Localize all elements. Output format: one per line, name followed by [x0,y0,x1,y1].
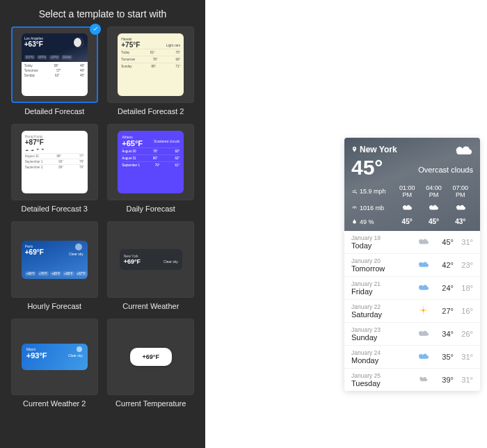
preview-day-row: January 25Tuesday39°31° [344,369,480,391]
template-thumbnail[interactable]: Hong Kong+87°F☁☁☂☂August 3188°77°Septemb… [11,124,98,200]
preview-hour-icon-2 [448,204,473,212]
gauge-icon [351,205,358,211]
template-thumbnail[interactable]: Los Angeles+63°F06PM08PM10PM00AMToday58°… [11,26,98,103]
preview-day-name: Monday [351,356,415,365]
preview-day-high: 24° [431,284,454,292]
preview-hour-time-0: 01:00 PM [394,184,420,198]
preview-condition: Overcast clouds [418,166,473,174]
preview-day-high: 34° [431,330,454,338]
template-label: Current Temperature [115,399,186,408]
preview-hour-time-2: 07:00 PM [448,184,473,198]
template-card-3[interactable]: Athens+65°FScattered cloudsAugust 3078°6… [106,124,196,213]
template-grid: Los Angeles+63°F06PM08PM10PM00AMToday58°… [10,26,195,408]
preview-hour-temp-0: 45° [394,218,420,225]
template-card-2[interactable]: Hong Kong+87°F☁☁☂☂August 3188°77°Septemb… [10,124,99,213]
preview-day-row: January 20Tomorrow42°23° [344,254,480,277]
template-card-7[interactable]: +69°FCurrent Temperature [106,319,196,408]
thumbnail-content: Los Angeles+63°F06PM08PM10PM00AMToday58°… [22,33,88,96]
preview-day-low: 16° [454,307,473,315]
preview-day-date: January 20 [351,257,415,264]
thumbnail-content: +69°F [130,348,172,366]
preview-day-row: January 22Saturday27°16° [344,300,480,323]
preview-hour-icon-1 [421,204,446,212]
preview-days-list: January 19Today45°31°January 20Tomorrow4… [344,231,480,391]
weather-preview-widget: New York 45° Overcast clouds 15.9 mph 01… [344,138,480,391]
template-card-1[interactable]: Hawaii+75°FLight rainToday81°70°Tomorrow… [106,26,196,115]
template-card-5[interactable]: New York+69°FClear skyCurrent Weather [106,221,196,310]
thumbnail-content: Miami+93°FClear sky [22,344,88,370]
template-label: Detailed Forecast 3 [22,205,88,213]
preview-day-row: January 19Today45°31° [344,231,480,254]
template-picker-title: Select a template to start with [10,8,195,26]
preview-day-icon [415,329,431,339]
preview-day-high: 39° [431,376,454,384]
thumbnail-content: Paris+69°FClear sky+69°F+70°F+69°F+68°F+… [22,241,88,279]
template-label: Hourly Forecast [27,302,81,310]
svg-rect-3 [420,310,421,311]
template-label: Daily Forecast [127,205,175,213]
preview-day-name: Sunday [351,333,415,342]
cloud-icon [455,145,472,156]
preview-location-name: New York [360,145,397,154]
preview-hour-icon-0 [394,204,420,212]
preview-day-row: January 23Sunday34°26° [344,323,480,346]
preview-day-high: 27° [431,307,454,315]
template-label: Current Weather [122,302,179,310]
preview-wind: 15.9 mph [351,188,393,195]
preview-day-name: Today [351,241,415,250]
thumbnail-content: Athens+65°FScattered cloudsAugust 3078°6… [118,131,184,193]
preview-day-icon [415,237,431,247]
template-label: Detailed Forecast [24,107,84,115]
template-card-0[interactable]: Los Angeles+63°F06PM08PM10PM00AMToday58°… [10,26,99,115]
humidity-icon [351,218,358,225]
template-picker-panel: Select a template to start with Los Ange… [0,0,205,448]
preview-day-high: 45° [431,238,454,246]
preview-day-low: 31° [454,376,473,384]
preview-header: New York 45° Overcast clouds 15.9 mph 01… [344,138,480,231]
preview-day-date: January 22 [351,303,415,310]
preview-day-row: January 24Monday35°31° [344,346,480,369]
preview-day-date: January 21 [351,280,415,287]
preview-day-high: 42° [431,261,454,269]
svg-rect-1 [423,307,424,308]
preview-day-low: 31° [454,353,473,361]
template-thumbnail[interactable]: Miami+93°FClear sky [11,319,98,395]
preview-day-date: January 24 [351,349,415,356]
preview-day-low: 26° [454,330,473,338]
preview-hour-temp-2: 43° [448,218,473,225]
preview-hour-temp-1: 45° [421,218,446,225]
template-card-6[interactable]: Miami+93°FClear skyCurrent Weather 2 [10,319,99,408]
preview-pressure-value: 1016 mb [360,205,384,211]
selected-check-icon [90,24,101,35]
preview-hours-header: 15.9 mph 01:00 PM 04:00 PM 07:00 PM [351,184,473,198]
preview-hours-icons: 1016 mb [351,204,473,212]
preview-day-name: Tuesday [351,379,415,387]
preview-day-row: January 21Friday24°18° [344,277,480,300]
preview-day-name: Friday [351,287,415,296]
preview-humidity: 49 % [351,218,393,225]
preview-hour-time-1: 04:00 PM [421,184,446,198]
preview-day-icon [415,352,431,362]
preview-day-date: January 25 [351,372,415,379]
template-thumbnail[interactable]: Athens+65°FScattered cloudsAugust 3078°6… [107,124,194,200]
preview-day-icon [415,283,431,293]
template-thumbnail[interactable]: Paris+69°FClear sky+69°F+70°F+69°F+68°F+… [11,221,98,298]
preview-day-icon [415,260,431,270]
svg-point-0 [422,309,424,312]
svg-rect-2 [423,313,424,314]
preview-day-low: 31° [454,238,473,246]
svg-rect-4 [426,310,427,311]
template-thumbnail[interactable]: New York+69°FClear sky [107,221,194,298]
location-pin-icon [351,145,358,154]
template-label: Current Weather 2 [23,399,86,408]
thumbnail-content: Hong Kong+87°F☁☁☂☂August 3188°77°Septemb… [22,131,88,193]
preview-pressure: 1016 mb [351,205,393,211]
template-card-4[interactable]: Paris+69°FClear sky+69°F+70°F+69°F+68°F+… [10,221,99,310]
thumbnail-content: New York+69°FClear sky [120,249,182,270]
template-thumbnail[interactable]: +69°F [107,319,194,395]
preview-day-icon [415,306,431,316]
preview-day-high: 35° [431,353,454,361]
template-label: Detailed Forecast 2 [118,107,184,115]
preview-day-name: Saturday [351,310,415,319]
template-thumbnail[interactable]: Hawaii+75°FLight rainToday81°70°Tomorrow… [107,26,194,103]
